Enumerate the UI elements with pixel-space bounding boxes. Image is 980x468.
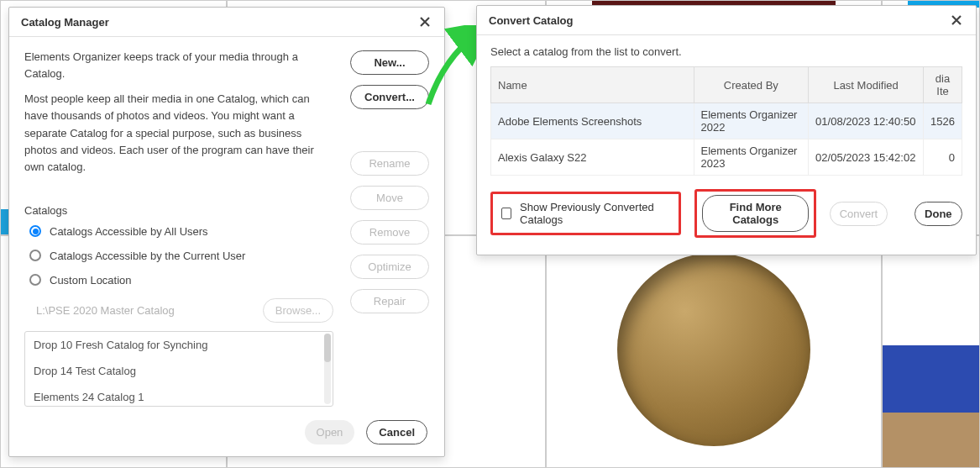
catalog-manager-dialog: Catalog Manager Elements Organizer keeps…	[8, 7, 445, 457]
open-button: Open	[305, 420, 355, 444]
grid-cell	[882, 235, 980, 468]
instruction-text: Select a catalog from the list to conver…	[490, 45, 962, 58]
table-row[interactable]: Adobe Elements Screenshots Elements Orga…	[491, 103, 962, 139]
dialog-title: Catalog Manager	[21, 16, 109, 29]
remove-button: Remove	[350, 220, 429, 245]
radio-all-users[interactable]: Catalogs Accessible by All Users	[29, 225, 333, 238]
list-item[interactable]: Drop 14 Test Catalog	[25, 358, 333, 384]
done-button[interactable]: Done	[914, 202, 962, 226]
checkbox-icon[interactable]	[501, 208, 511, 219]
catalog-list[interactable]: Drop 10 Fresh Catalog for Synching Drop …	[24, 331, 333, 407]
repair-button: Repair	[350, 289, 429, 313]
highlight-show-previously: Show Previously Converted Catalogs	[490, 192, 681, 235]
close-icon[interactable]	[949, 13, 964, 28]
table-row[interactable]: Alexis Galaxy S22 Elements Organizer 202…	[491, 139, 962, 176]
dialog-title: Convert Catalog	[489, 14, 573, 27]
convert-action-button: Convert	[830, 202, 887, 226]
list-item[interactable]: Drop 10 Fresh Catalog for Synching	[25, 332, 333, 358]
radio-icon	[29, 250, 41, 261]
radio-current-user[interactable]: Catalogs Accessible by the Current User	[29, 250, 333, 262]
optimize-button: Optimize	[350, 255, 429, 279]
radio-custom-location[interactable]: Custom Location	[29, 274, 333, 287]
highlight-find-more: Find More Catalogs	[694, 189, 816, 238]
thumbnail-image[interactable]	[882, 345, 979, 467]
dialog-header: Catalog Manager	[9, 8, 444, 37]
convert-catalog-dialog: Convert Catalog Select a catalog from th…	[476, 5, 977, 255]
custom-path-field: L:\PSE 2020 Master Catalog	[29, 304, 254, 317]
list-item[interactable]: Elements 24 Catalog 1	[25, 384, 333, 407]
scrollbar-thumb[interactable]	[324, 334, 331, 362]
radio-icon	[29, 225, 41, 237]
find-more-catalogs-button[interactable]: Find More Catalogs	[702, 195, 809, 232]
col-last-modified[interactable]: Last Modified	[809, 67, 924, 103]
rename-button: Rename	[350, 151, 429, 176]
col-name[interactable]: Name	[491, 67, 694, 103]
intro-text: Elements Organizer keeps track of your m…	[24, 49, 333, 176]
thumbnail-image[interactable]	[617, 253, 810, 446]
convert-button[interactable]: Convert...	[350, 85, 429, 109]
catalogs-label: Catalogs	[24, 204, 333, 217]
browse-button: Browse...	[263, 298, 333, 323]
radio-icon	[29, 274, 41, 286]
col-media-items[interactable]: dia Ite	[924, 67, 962, 103]
grid-cell	[546, 235, 882, 468]
cancel-button[interactable]: Cancel	[366, 420, 427, 444]
col-created-by[interactable]: Created By	[694, 67, 809, 103]
close-icon[interactable]	[417, 14, 432, 29]
dialog-header: Convert Catalog	[477, 6, 976, 35]
new-button[interactable]: New...	[350, 50, 429, 75]
move-button: Move	[350, 186, 429, 210]
catalogs-table: Name Created By Last Modified dia Ite Ad…	[490, 66, 962, 176]
show-previously-label[interactable]: Show Previously Converted Catalogs	[520, 201, 670, 226]
